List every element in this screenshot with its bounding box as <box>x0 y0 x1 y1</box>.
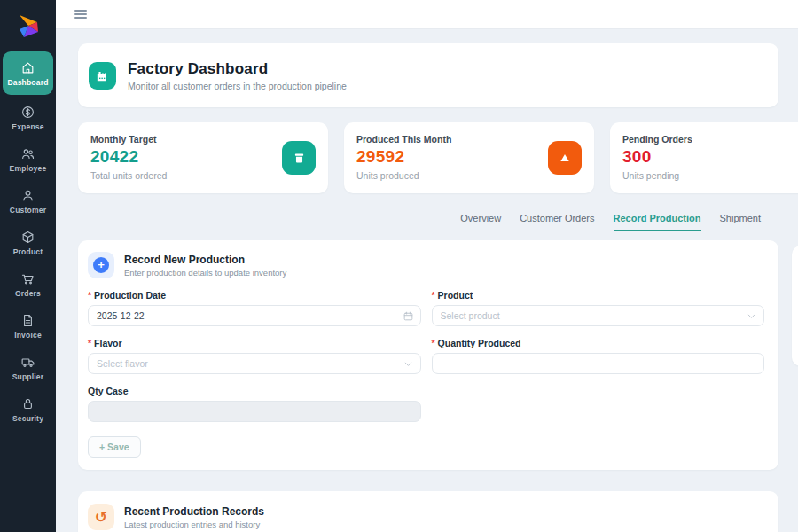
stat-card-monthly-target: Monthly Target 20422 Total units ordered <box>78 122 328 193</box>
form-subtitle: Enter production details to update inven… <box>124 268 286 278</box>
recent-subtitle: Latest production entries and history <box>124 520 264 529</box>
flavor-select[interactable] <box>88 353 421 374</box>
tab-bar: Overview Customer Orders Record Producti… <box>78 213 778 231</box>
record-production-card: + Record New Production Enter production… <box>78 240 778 470</box>
field-flavor: *Flavor <box>88 338 421 374</box>
sidebar-item-label: Security <box>12 414 43 423</box>
stats-row: Monthly Target 20422 Total units ordered… <box>78 122 798 193</box>
product-select[interactable] <box>432 305 765 326</box>
page-subtitle: Monitor all customer orders in the produ… <box>128 81 347 91</box>
page-title: Factory Dashboard <box>128 60 347 78</box>
required-marker: * <box>432 290 435 301</box>
sidebar-item-label: Customer <box>10 206 46 215</box>
field-production-date: *Production Date <box>88 290 421 326</box>
menu-icon[interactable] <box>74 10 87 19</box>
recent-title: Recent Production Records <box>124 505 264 518</box>
tab-record-production[interactable]: Record Production <box>614 213 701 231</box>
stat-card-pending-orders: Pending Orders 300 Units pending <box>610 122 798 193</box>
right-peek-card <box>792 246 798 366</box>
tab-customer-orders[interactable]: Customer Orders <box>520 213 594 231</box>
tab-overview[interactable]: Overview <box>460 213 501 231</box>
sidebar-item-label: Invoice <box>14 331 42 340</box>
stat-caption: Total units ordered <box>90 170 316 181</box>
factory-icon <box>89 62 116 90</box>
archive-icon <box>282 141 316 175</box>
sidebar-item-dashboard[interactable]: Dashboard <box>3 51 53 95</box>
person-icon <box>20 188 35 203</box>
form-title: Record New Production <box>124 254 286 266</box>
stat-card-produced-this-month: Produced This Month 29592 Units produced <box>344 122 594 193</box>
truck-icon <box>20 355 35 370</box>
file-icon <box>20 313 35 328</box>
recent-records-card: ↺ Recent Production Records Latest produ… <box>78 491 778 532</box>
save-button[interactable]: + Save <box>88 436 141 458</box>
triangle-up-icon <box>548 141 582 175</box>
cart-icon <box>20 271 35 286</box>
form-header: + Record New Production Enter production… <box>88 252 764 278</box>
sidebar-item-label: Dashboard <box>7 78 48 87</box>
sidebar-item-employee[interactable]: Employee <box>0 138 56 180</box>
main-content: Factory Dashboard Monitor all customer o… <box>56 29 798 532</box>
tab-shipment[interactable]: Shipment <box>720 213 761 231</box>
people-icon <box>20 146 35 161</box>
stat-label: Pending Orders <box>622 134 798 145</box>
recent-header: ↺ Recent Production Records Latest produ… <box>88 504 764 530</box>
sidebar-item-label: Orders <box>15 289 41 298</box>
sidebar-item-product[interactable]: Product <box>0 222 56 263</box>
field-qty-case: Qty Case <box>88 386 421 422</box>
sidebar-item-customer[interactable]: Customer <box>0 180 56 222</box>
qty-case-input <box>88 401 421 422</box>
stat-value: 300 <box>622 147 798 167</box>
brand-logo <box>12 11 44 43</box>
field-product: *Product <box>432 290 765 326</box>
sidebar: Dashboard Expense Employee Customer Prod… <box>0 0 56 532</box>
stat-caption: Units produced <box>356 170 582 181</box>
chevron-down-icon[interactable] <box>403 357 414 369</box>
dollar-icon <box>20 105 35 120</box>
stat-caption: Units pending <box>622 170 798 181</box>
sidebar-nav: Dashboard Expense Employee Customer Prod… <box>0 51 56 430</box>
sidebar-item-orders[interactable]: Orders <box>0 263 56 305</box>
sidebar-item-invoice[interactable]: Invoice <box>0 305 56 347</box>
required-marker: * <box>88 338 91 348</box>
field-quantity-produced: *Quantity Produced <box>432 338 765 374</box>
topbar <box>56 0 798 29</box>
stat-label: Produced This Month <box>356 134 582 145</box>
clock-history-icon: ↺ <box>88 504 114 530</box>
sidebar-item-supplier[interactable]: Supplier <box>0 347 56 388</box>
sidebar-item-security[interactable]: Security <box>0 388 56 430</box>
box-icon <box>20 230 35 245</box>
sidebar-item-label: Product <box>13 247 43 256</box>
sidebar-item-label: Expense <box>12 122 43 131</box>
required-marker: * <box>88 290 91 301</box>
sidebar-item-label: Employee <box>10 164 47 173</box>
chevron-down-icon[interactable] <box>746 309 757 321</box>
calendar-icon[interactable] <box>403 309 414 321</box>
required-marker: * <box>432 338 435 348</box>
stat-label: Monthly Target <box>90 134 316 145</box>
form-grid: *Production Date *Product <box>88 290 764 422</box>
sidebar-item-label: Supplier <box>12 372 44 381</box>
page-header-card: Factory Dashboard Monitor all customer o… <box>78 43 778 107</box>
plus-icon: + <box>88 252 114 278</box>
lock-icon <box>20 396 35 411</box>
home-icon <box>20 60 35 75</box>
production-date-input[interactable] <box>88 305 421 326</box>
quantity-produced-input[interactable] <box>432 353 765 374</box>
sidebar-item-expense[interactable]: Expense <box>0 97 56 138</box>
